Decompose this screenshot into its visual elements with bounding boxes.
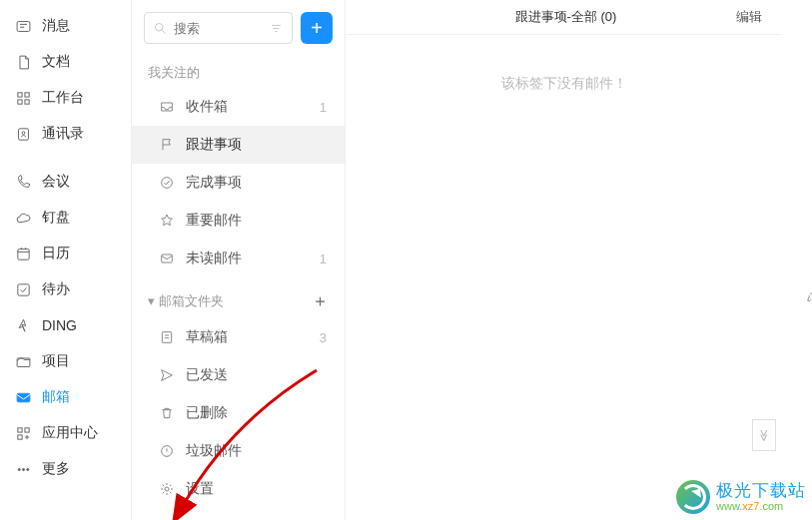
cloud-icon xyxy=(14,209,32,227)
star-icon xyxy=(158,212,176,230)
folder-sent[interactable]: 已发送 xyxy=(132,356,345,394)
sent-icon xyxy=(158,366,176,384)
nav-todo[interactable]: 待办 xyxy=(0,271,131,307)
svg-rect-13 xyxy=(17,434,21,438)
check-icon xyxy=(14,280,32,298)
svg-point-6 xyxy=(22,131,25,134)
nav-project[interactable]: 项目 xyxy=(0,343,131,379)
ding-icon xyxy=(14,316,32,334)
settings-item[interactable]: 设置 xyxy=(132,470,345,508)
search-box[interactable] xyxy=(144,12,293,44)
watermark-name: 极光下载站 xyxy=(716,481,806,501)
calendar-icon xyxy=(14,245,32,262)
nav-label: 会议 xyxy=(42,173,70,191)
more-icon xyxy=(14,460,32,478)
nav-documents[interactable]: 文档 xyxy=(0,44,131,80)
draft-icon xyxy=(158,328,176,346)
nav-workbench[interactable]: 工作台 xyxy=(0,80,131,116)
document-icon xyxy=(14,53,32,71)
search-icon xyxy=(153,21,168,36)
folder-followup[interactable]: 跟进事项 xyxy=(132,126,345,164)
phone-icon xyxy=(14,173,32,191)
nav-calendar[interactable]: 日历 xyxy=(0,236,131,271)
nav-label: 邮箱 xyxy=(42,388,70,406)
svg-point-17 xyxy=(156,23,164,31)
nav-meeting[interactable]: 会议 xyxy=(0,164,131,200)
folder-label: 草稿箱 xyxy=(186,328,228,346)
svg-rect-10 xyxy=(17,393,30,402)
folder-inbox[interactable]: 收件箱1 xyxy=(132,88,345,126)
compose-button[interactable]: + xyxy=(301,12,333,44)
folder-drafts[interactable]: 草稿箱3 xyxy=(132,318,345,356)
nav-ding[interactable]: DING xyxy=(0,307,131,343)
svg-rect-8 xyxy=(17,283,28,294)
nav-label: 消息 xyxy=(42,17,70,35)
watermark: 极光下载站 www.xz7.com xyxy=(676,480,806,514)
folder-deleted[interactable]: 已删除 xyxy=(132,394,345,432)
folder-label: 重要邮件 xyxy=(186,212,242,230)
folder-label: 收件箱 xyxy=(186,98,228,116)
svg-point-15 xyxy=(22,468,24,470)
nav-more[interactable]: 更多 xyxy=(0,451,131,487)
nav-label: 钉盘 xyxy=(42,209,70,227)
trash-icon xyxy=(158,404,176,422)
decorative-mark: 𝓲 xyxy=(805,287,810,305)
left-sidebar: 消息 文档 工作台 通讯录 会议 钉盘 日历 待办 DING 项目 邮箱 应用中… xyxy=(0,0,132,520)
svg-point-14 xyxy=(18,468,20,470)
svg-rect-3 xyxy=(17,99,21,103)
folder-label: 跟进事项 xyxy=(186,136,242,154)
message-icon xyxy=(14,17,32,35)
nav-mail[interactable]: 邮箱 xyxy=(0,379,131,415)
folder-important[interactable]: 重要邮件 xyxy=(132,202,345,240)
filter-icon[interactable] xyxy=(269,21,284,36)
svg-point-18 xyxy=(162,178,173,189)
search-input[interactable] xyxy=(174,21,269,36)
section-folders-title: ▾ 邮箱文件夹 ＋ xyxy=(132,277,345,318)
svg-rect-7 xyxy=(17,249,28,260)
spam-icon xyxy=(158,442,176,460)
nav-app-center[interactable]: 应用中心 xyxy=(0,415,131,451)
scroll-down-button[interactable]: ≫ xyxy=(752,419,776,451)
chevron-down-icon[interactable]: ▾ xyxy=(148,293,155,308)
section-title-text: 邮箱文件夹 xyxy=(159,292,224,310)
mail-icon xyxy=(14,388,32,406)
nav-label: 通讯录 xyxy=(42,125,84,143)
app-center-icon xyxy=(14,424,32,442)
svg-point-22 xyxy=(165,487,169,491)
folder-done[interactable]: 完成事项 xyxy=(132,164,345,202)
main-area: 跟进事项-全部 (0) 编辑 该标签下没有邮件！ ≫ xyxy=(346,0,782,520)
nav-drive[interactable]: 钉盘 xyxy=(0,200,131,236)
folder-label: 垃圾邮件 xyxy=(186,442,242,460)
gear-icon xyxy=(158,480,176,498)
edit-button[interactable]: 编辑 xyxy=(736,8,762,26)
nav-contacts[interactable]: 通讯录 xyxy=(0,116,131,152)
folder-label: 已删除 xyxy=(186,404,228,422)
content-title: 跟进事项-全部 (0) xyxy=(396,8,736,26)
nav-label: 项目 xyxy=(42,352,70,370)
svg-rect-11 xyxy=(17,427,21,431)
contacts-icon xyxy=(14,125,32,143)
folder-unread[interactable]: 未读邮件1 xyxy=(132,240,345,277)
watermark-logo xyxy=(676,480,710,514)
folder-spam[interactable]: 垃圾邮件 xyxy=(132,432,345,470)
done-icon xyxy=(158,174,176,192)
watermark-url: www.xz7.com xyxy=(716,500,806,513)
svg-rect-4 xyxy=(24,99,28,103)
unread-icon xyxy=(158,250,176,267)
apps-icon xyxy=(14,89,32,107)
svg-rect-19 xyxy=(162,255,173,262)
folder-label: 已发送 xyxy=(186,366,228,384)
folder-count: 1 xyxy=(320,252,327,266)
right-gutter: 𝓲 xyxy=(782,0,812,520)
section-followed-title: 我关注的 xyxy=(132,52,345,88)
folder-count: 1 xyxy=(320,100,327,115)
nav-messages[interactable]: 消息 xyxy=(0,8,131,44)
add-folder-button[interactable]: ＋ xyxy=(312,289,329,312)
svg-rect-12 xyxy=(24,427,28,431)
folder-count: 3 xyxy=(320,330,327,345)
svg-rect-0 xyxy=(17,21,30,31)
nav-label: DING xyxy=(42,317,77,333)
folder-column: + 我关注的 收件箱1 跟进事项 完成事项 重要邮件 未读邮件1 ▾ 邮箱文件夹… xyxy=(132,0,346,520)
nav-label: 应用中心 xyxy=(42,424,98,442)
folder-label: 设置 xyxy=(186,480,214,498)
